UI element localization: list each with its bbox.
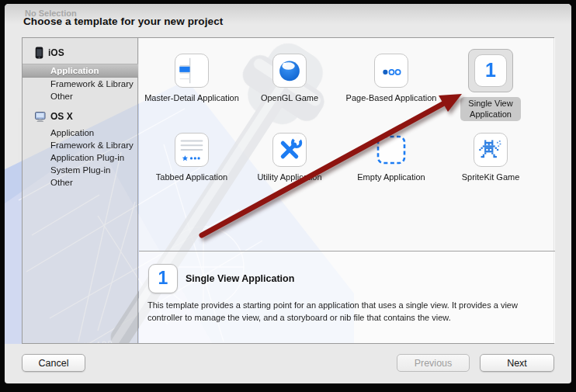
page-based-icon <box>374 54 408 88</box>
template-label: SpriteKit Game <box>462 172 520 183</box>
new-project-sheet: No Selection Choose a template for your … <box>5 4 571 383</box>
single-view-detail-icon: 1 <box>148 264 178 293</box>
template-page-based-application[interactable]: Page-Based Application <box>342 54 440 104</box>
numeral-1-glyph: 1 <box>485 61 496 82</box>
sidebar-section-label: iOS <box>48 47 64 58</box>
previous-button[interactable]: Previous <box>397 354 470 372</box>
template-master-detail-application[interactable]: Master-Detail Application <box>143 54 241 104</box>
template-opengl-game[interactable]: OpenGL Game <box>241 54 338 104</box>
platform-sidebar: iOS Application Framework & Library Othe… <box>23 38 138 343</box>
sidebar-item-osx-application[interactable]: Application <box>23 127 138 139</box>
opengl-game-icon <box>272 54 307 88</box>
template-chooser: iOS Application Framework & Library Othe… <box>22 37 554 344</box>
cancel-button[interactable]: Cancel <box>22 354 85 372</box>
sidebar-item-osx-system-plugin[interactable]: System Plug-in <box>23 164 138 176</box>
sidebar-item-osx-other[interactable]: Other <box>23 176 138 189</box>
sidebar-item-osx-application-plugin[interactable]: Application Plug-in <box>23 151 138 164</box>
template-spritekit-game[interactable]: SpriteKit Game <box>442 133 540 183</box>
detail-title: Single View Application <box>186 273 294 284</box>
template-label: Empty Application <box>357 172 425 183</box>
detail-description: This template provides a starting point … <box>147 300 533 324</box>
sidebar-item-ios-application[interactable]: Application <box>23 64 138 78</box>
sidebar-item-osx-framework-library[interactable]: Framework & Library <box>23 139 138 151</box>
template-empty-application[interactable]: Empty Application <box>342 133 440 183</box>
sidebar-item-ios-other[interactable]: Other <box>23 90 138 102</box>
tabbed-icon <box>175 133 209 167</box>
next-button[interactable]: Next <box>480 354 554 372</box>
sidebar-section-label: OS X <box>50 111 73 122</box>
mac-icon <box>35 112 46 122</box>
template-label-selected: Single View Application <box>460 97 521 121</box>
template-single-view-application-selected[interactable]: 1 Single View Application <box>442 49 540 121</box>
master-detail-icon <box>175 54 209 88</box>
numeral-1-glyph: 1 <box>158 269 168 289</box>
utility-icon <box>272 133 307 167</box>
selection-highlight: 1 <box>468 49 513 92</box>
sidebar-section-osx: OS X <box>35 109 73 123</box>
template-grid: Master-Detail Application <box>139 38 555 251</box>
sidebar-item-ios-framework-library[interactable]: Framework & Library <box>23 78 138 90</box>
template-description-pane: 1 Single View Application This template … <box>139 251 555 343</box>
template-label: OpenGL Game <box>261 93 318 104</box>
template-tabbed-application[interactable]: Tabbed Application <box>143 133 241 183</box>
iphone-icon <box>35 47 43 59</box>
template-label: Utility Application <box>257 172 321 183</box>
template-utility-application[interactable]: Utility Application <box>241 133 338 183</box>
single-view-icon: 1 <box>474 54 507 87</box>
page-title: Choose a template for your new project <box>23 16 223 27</box>
template-label: Master-Detail Application <box>144 93 239 104</box>
sidebar-section-ios: iOS <box>35 46 64 60</box>
template-label: Page-Based Application <box>346 93 437 104</box>
spritekit-icon <box>474 133 508 167</box>
template-label: Tabbed Application <box>156 172 227 183</box>
empty-icon <box>374 133 408 167</box>
